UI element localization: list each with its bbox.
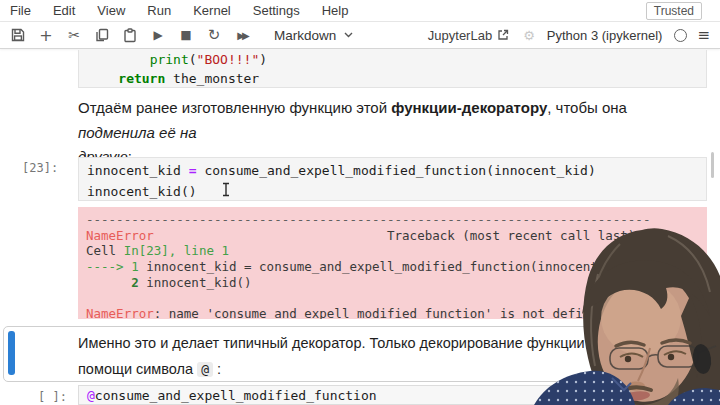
paste-icon [123, 28, 137, 43]
paste-cells-button[interactable] [122, 26, 138, 44]
save-button[interactable] [10, 26, 26, 44]
restart-kernel-button[interactable]: ↻ [206, 26, 222, 44]
code-cell-partial[interactable]: print("BOO!!!") return the_monster [78, 50, 707, 88]
menu-edit[interactable]: Edit [53, 3, 75, 18]
menu-settings[interactable]: Settings [253, 3, 300, 18]
copy-icon [95, 28, 109, 42]
menu-view[interactable]: View [97, 3, 125, 18]
menu-run[interactable]: Run [147, 3, 171, 18]
external-link-icon [497, 29, 509, 41]
run-cell-button[interactable]: ▶ [150, 26, 166, 44]
code-line: print("BOO!!!") [79, 50, 706, 69]
cell-type-value: Markdown [274, 28, 336, 43]
kernel-idle-circle-icon [674, 29, 687, 42]
selected-cell-indicator [8, 331, 15, 375]
markdown-line: Отдаём ранее изготовленную функцию этой … [78, 96, 703, 145]
menu-kernel[interactable]: Kernel [193, 3, 231, 18]
webcam-presenter [520, 218, 720, 405]
cell-type-dropdown[interactable]: Markdown [274, 28, 353, 43]
empty-execution-prompt: [ ]: [38, 390, 67, 404]
trusted-badge[interactable]: Trusted [646, 2, 702, 20]
cut-cells-button[interactable]: ✂ [66, 26, 82, 44]
code-cell-23-input[interactable]: innocent_kid = consume_and_expell_modifi… [78, 157, 707, 201]
jupyterlab-link[interactable]: JupyterLab [428, 28, 509, 43]
notebook-toolbar: + ✂ ▶ ■ ↻ ▶▶ Markdown JupyterLab ⚙ Pytho… [0, 22, 720, 49]
scrollbar-thumb[interactable] [711, 152, 714, 178]
code-line: innocent_kid = consume_and_expell_modifi… [79, 158, 706, 179]
gear-icon[interactable]: ⚙ [523, 28, 535, 43]
insert-cell-button[interactable]: + [38, 26, 54, 44]
chevron-down-icon [344, 32, 353, 38]
execution-prompt: [23]: [22, 161, 58, 175]
menu-bar: File Edit View Run Kernel Settings Help … [0, 0, 720, 22]
ibeam-cursor [221, 182, 231, 197]
jupyter-notebook-window: File Edit View Run Kernel Settings Help … [0, 0, 720, 405]
copy-cells-button[interactable] [94, 26, 110, 44]
code-line: return the_monster [79, 69, 706, 88]
restart-run-all-button[interactable]: ▶▶ [234, 26, 250, 44]
menu-file[interactable]: File [10, 3, 31, 18]
kernel-name[interactable]: Python 3 (ipykernel) [547, 28, 663, 43]
code-line: innocent_kid() [79, 179, 706, 200]
toolbar-menu-icon[interactable]: ≡ [697, 26, 710, 44]
save-icon [11, 28, 25, 42]
menu-help[interactable]: Help [322, 3, 349, 18]
interrupt-kernel-button[interactable]: ■ [178, 26, 194, 44]
